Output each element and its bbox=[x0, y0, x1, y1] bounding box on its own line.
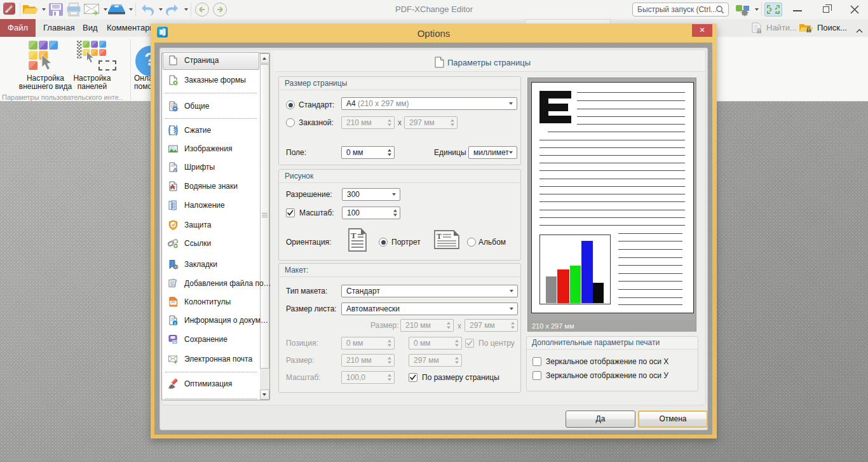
svg-text:T: T bbox=[351, 231, 356, 240]
svg-text:A: A bbox=[173, 166, 177, 173]
svg-text:i: i bbox=[175, 321, 176, 325]
svg-text:₳: ₳ bbox=[170, 184, 175, 191]
svg-text:T: T bbox=[437, 232, 442, 241]
